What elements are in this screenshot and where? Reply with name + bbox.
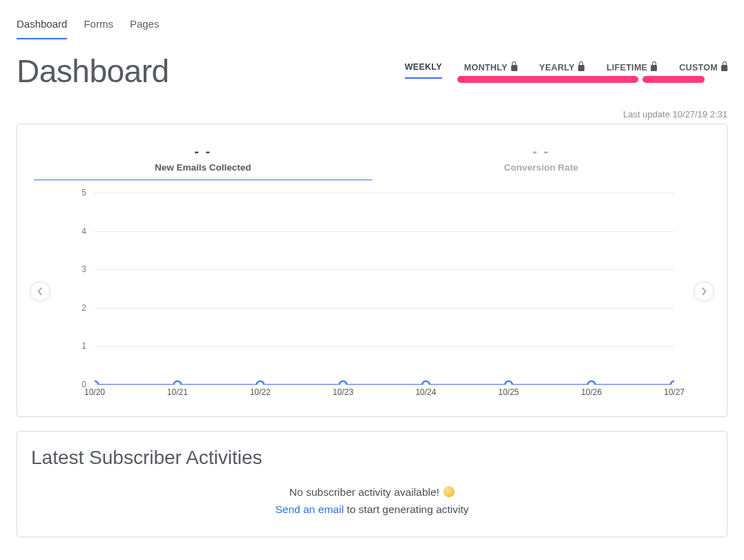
range-label: MONTHLY [464,63,508,73]
chart-point[interactable] [422,381,429,385]
x-tick-label: 10/22 [250,387,271,397]
nav-item-forms[interactable]: Forms [84,14,113,39]
y-axis: 012345 [70,193,90,385]
sad-emoji-icon [443,486,455,497]
x-tick-label: 10/21 [167,387,188,397]
lock-icon [651,65,657,71]
metric-label: Conversion Rate [372,162,711,173]
activities-title: Latest Subscriber Activities [31,447,713,469]
chart-point[interactable] [339,381,346,385]
cta-rest-text: to start generating activity [344,503,469,515]
plot-area [95,193,674,385]
y-tick-label: 3 [82,264,86,274]
activities-empty-state: No subscriber activity available! Send a… [31,484,713,519]
y-tick-label: 1 [82,341,86,351]
x-tick-label: 10/24 [415,387,436,397]
last-update-text: Last update 10/27/19 2:31 [17,109,727,119]
metric-value: - - [372,144,711,160]
metric-tabs: - - New Emails Collected - - Conversion … [26,144,718,180]
metric-label: New Emails Collected [34,162,372,173]
chart-point[interactable] [671,381,674,385]
y-tick-label: 4 [82,226,86,236]
chart-zone: 012345 10/2010/2110/2210/2310/2410/2510/… [26,180,718,400]
y-tick-label: 2 [82,303,86,313]
chart-point[interactable] [505,381,512,385]
metric-value: - - [34,144,372,160]
gridline [95,385,674,385]
metric-tab-emails[interactable]: - - New Emails Collected [34,144,372,180]
nav-item-dashboard[interactable]: Dashboard [17,14,67,39]
metric-tab-conversion[interactable]: - - Conversion Rate [372,144,711,180]
range-item-weekly[interactable]: WEEKLY [405,62,442,79]
lock-icon [721,65,727,71]
x-tick-label: 10/23 [333,387,354,397]
chart-card: - - New Emails Collected - - Conversion … [17,124,727,417]
top-nav: Dashboard Forms Pages [17,14,727,40]
page-title: Dashboard [17,52,169,90]
annotation-underline [457,76,638,83]
range-tabs-wrap: WEEKLY MONTHLY YEARLY LIFETIME CUSTOM [405,52,727,79]
chart-point[interactable] [174,381,181,385]
range-label: WEEKLY [405,62,442,72]
lock-icon [578,65,584,71]
x-tick-label: 10/25 [498,387,519,397]
empty-message: No subscriber activity available! [289,486,439,498]
chart-point[interactable] [95,381,98,385]
header-row: Dashboard WEEKLY MONTHLY YEARLY LIFETIME… [17,52,727,90]
chart-prev-button[interactable] [30,281,50,302]
range-label: CUSTOM [679,63,718,73]
range-label: YEARLY [540,63,575,73]
activities-card: Latest Subscriber Activities No subscrib… [17,431,727,537]
x-axis: 10/2010/2110/2210/2310/2410/2510/2610/27 [95,386,674,400]
annotation-underline [642,76,705,83]
range-label: LIFETIME [607,63,647,73]
x-tick-label: 10/27 [664,387,685,397]
chart-point[interactable] [257,381,264,385]
chart: 012345 10/2010/2110/2210/2310/2410/2510/… [70,193,674,400]
x-tick-label: 10/20 [84,387,105,397]
nav-item-pages[interactable]: Pages [130,14,160,39]
send-email-link[interactable]: Send an email [275,503,343,515]
y-tick-label: 5 [82,188,86,197]
x-tick-label: 10/26 [581,387,602,397]
lock-icon [511,65,517,71]
chart-point[interactable] [588,381,595,385]
chart-next-button[interactable] [694,281,714,302]
